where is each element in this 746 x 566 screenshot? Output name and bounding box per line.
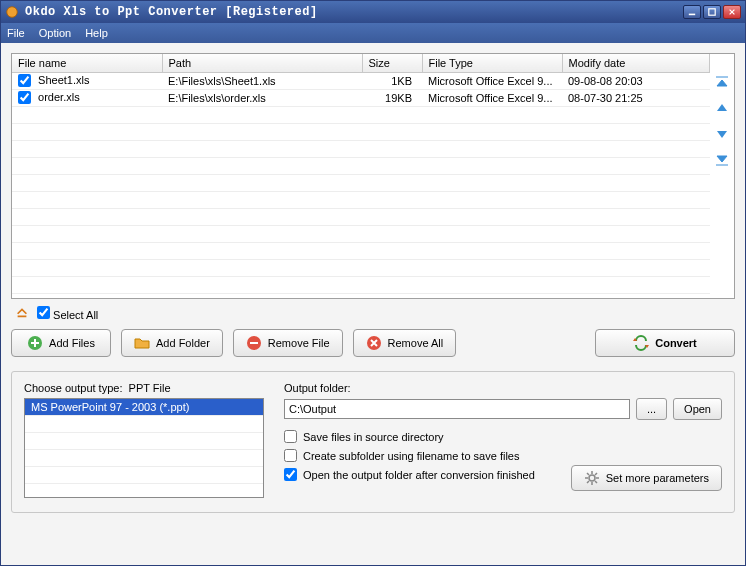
select-all-text: Select All: [53, 309, 98, 321]
col-path[interactable]: Path: [162, 54, 362, 72]
output-type-section: Choose output type: PPT File MS PowerPoi…: [24, 382, 264, 498]
minus-icon: [246, 335, 262, 351]
output-folder-row: ... Open: [284, 398, 722, 420]
table-row: [12, 191, 710, 208]
list-item: [25, 416, 263, 433]
select-all-checkbox-label[interactable]: Select All: [37, 306, 98, 321]
table-row: [12, 106, 710, 123]
list-item[interactable]: MS PowerPoint 97 - 2003 (*.ppt): [25, 399, 263, 416]
convert-button[interactable]: Convert: [595, 329, 735, 357]
list-item: [25, 450, 263, 467]
table-row: [12, 276, 710, 293]
table-row: [12, 123, 710, 140]
convert-icon: [633, 335, 649, 351]
save-source-checkbox[interactable]: [284, 430, 297, 443]
output-folder-section: Output folder: ... Open Save files in so…: [284, 382, 722, 498]
file-checkbox[interactable]: [18, 74, 31, 87]
col-filename[interactable]: File name: [12, 54, 162, 72]
action-buttons: Add Files Add Folder Remove File Remove …: [11, 329, 735, 357]
table-row[interactable]: Sheet1.xlsE:\Files\xls\Sheet1.xls1KBMicr…: [12, 72, 710, 89]
subfolder-label[interactable]: Create subfolder using filename to save …: [303, 450, 519, 462]
table-row: [12, 157, 710, 174]
list-item: [25, 467, 263, 484]
more-params-button[interactable]: Set more parameters: [571, 465, 722, 491]
col-type[interactable]: File Type: [422, 54, 562, 72]
save-source-row: Save files in source directory: [284, 430, 722, 443]
file-list[interactable]: File name Path Size File Type Modify dat…: [12, 54, 710, 298]
menu-option[interactable]: Option: [39, 27, 71, 39]
close-button[interactable]: [723, 5, 741, 19]
browse-button[interactable]: ...: [636, 398, 667, 420]
remove-all-label: Remove All: [388, 337, 444, 349]
table-row: [12, 140, 710, 157]
column-headers: File name Path Size File Type Modify dat…: [12, 54, 710, 72]
add-folder-label: Add Folder: [156, 337, 210, 349]
open-after-checkbox[interactable]: [284, 468, 297, 481]
output-type-list[interactable]: MS PowerPoint 97 - 2003 (*.ppt): [24, 398, 264, 498]
move-bottom-icon[interactable]: [714, 152, 730, 168]
add-files-button[interactable]: Add Files: [11, 329, 111, 357]
main-content: File name Path Size File Type Modify dat…: [1, 43, 745, 565]
maximize-button[interactable]: [703, 5, 721, 19]
title-bar: Okdo Xls to Ppt Converter [Registered]: [1, 1, 745, 23]
window-title: Okdo Xls to Ppt Converter [Registered]: [25, 5, 681, 19]
select-all-row: Select All: [15, 305, 735, 321]
menu-help[interactable]: Help: [85, 27, 108, 39]
table-row: [12, 208, 710, 225]
move-up-icon[interactable]: [714, 100, 730, 116]
svg-point-0: [7, 7, 18, 18]
table-row: [12, 225, 710, 242]
open-folder-button[interactable]: Open: [673, 398, 722, 420]
convert-label: Convert: [655, 337, 697, 349]
save-source-label[interactable]: Save files in source directory: [303, 431, 444, 443]
output-panel: Choose output type: PPT File MS PowerPoi…: [11, 371, 735, 513]
output-folder-input[interactable]: [284, 399, 630, 419]
add-files-label: Add Files: [49, 337, 95, 349]
minimize-button[interactable]: [683, 5, 701, 19]
x-icon: [366, 335, 382, 351]
add-folder-button[interactable]: Add Folder: [121, 329, 223, 357]
remove-file-button[interactable]: Remove File: [233, 329, 343, 357]
col-size[interactable]: Size: [362, 54, 422, 72]
app-icon: [5, 5, 19, 19]
remove-all-button[interactable]: Remove All: [353, 329, 457, 357]
select-all-checkbox[interactable]: [37, 306, 50, 319]
col-date[interactable]: Modify date: [562, 54, 710, 72]
svg-point-6: [589, 475, 595, 481]
table-row[interactable]: order.xlsE:\Files\xls\order.xls19KBMicro…: [12, 89, 710, 106]
menu-bar: File Option Help: [1, 23, 745, 43]
collapse-icon[interactable]: [15, 305, 29, 321]
table-row: [12, 174, 710, 191]
gear-icon: [584, 470, 600, 486]
plus-icon: [27, 335, 43, 351]
more-params-label: Set more parameters: [606, 472, 709, 484]
output-type-current: PPT File: [129, 382, 171, 394]
table-row: [12, 259, 710, 276]
menu-file[interactable]: File: [7, 27, 25, 39]
move-top-icon[interactable]: [714, 74, 730, 90]
subfolder-checkbox[interactable]: [284, 449, 297, 462]
open-after-label[interactable]: Open the output folder after conversion …: [303, 469, 535, 481]
table-row: [12, 242, 710, 259]
output-folder-label: Output folder:: [284, 382, 722, 394]
svg-rect-2: [709, 9, 715, 15]
reorder-arrows: [712, 74, 732, 168]
remove-file-label: Remove File: [268, 337, 330, 349]
svg-rect-1: [689, 14, 695, 16]
move-down-icon[interactable]: [714, 126, 730, 142]
file-checkbox[interactable]: [18, 91, 31, 104]
file-list-container: File name Path Size File Type Modify dat…: [11, 53, 735, 299]
subfolder-row: Create subfolder using filename to save …: [284, 449, 722, 462]
folder-icon: [134, 335, 150, 351]
output-type-label: Choose output type: PPT File: [24, 382, 264, 394]
list-item: [25, 433, 263, 450]
